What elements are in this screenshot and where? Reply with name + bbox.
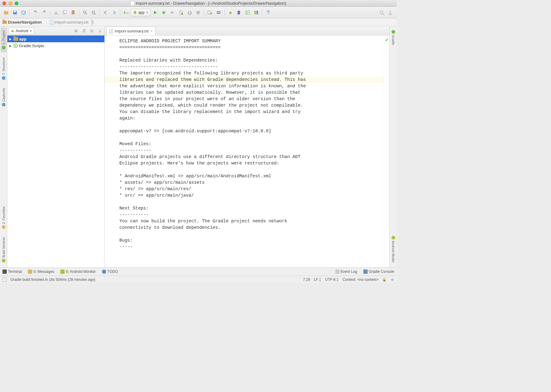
hector-icon[interactable]: ☻ — [390, 277, 394, 282]
stop-button[interactable] — [194, 9, 202, 17]
rerun-button[interactable] — [186, 9, 193, 17]
copy-button[interactable] — [61, 9, 69, 17]
toolbar-separator — [79, 9, 79, 16]
undo-button[interactable] — [32, 9, 39, 17]
messages-icon — [28, 270, 32, 274]
right-tool-stripe: Gradle Android Model — [389, 26, 397, 267]
zoom-window-button[interactable] — [15, 2, 18, 5]
user-button[interactable] — [386, 9, 394, 17]
breadcrumb-label: import-summary.txt — [55, 20, 88, 24]
toolwindow-terminal-tab[interactable]: Terminal — [2, 270, 22, 274]
analysis-ok-icon: ✔ — [385, 37, 389, 42]
avd-manager-button[interactable] — [206, 9, 214, 17]
encoding-selector[interactable]: UTF-8▲▼ — [325, 277, 339, 282]
updown-icon: ▲▼ — [319, 277, 321, 282]
toolwindow-build-variants-tab[interactable]: Build Variants — [1, 235, 6, 265]
svg-rect-22 — [217, 11, 220, 12]
toolwindow-todo-tab[interactable]: TODO — [102, 270, 118, 274]
toolbar-separator — [204, 9, 204, 16]
tree-item-app[interactable]: ▶ app — [7, 36, 104, 42]
context-selector[interactable]: Context: <no context> — [343, 277, 378, 282]
android-monitor-button[interactable] — [227, 9, 234, 17]
breadcrumb-item-project[interactable]: DrawerNavigation — [0, 18, 45, 26]
run-button[interactable] — [151, 9, 159, 17]
editor-content[interactable]: ECLIPSE ANDROID PROJECT IMPORT SUMMARY =… — [105, 36, 384, 267]
find-button[interactable] — [81, 9, 89, 17]
project-panel-header: Android ▼ ⊕ ⇵ ⤓ — [7, 26, 104, 36]
breadcrumb-label: DrawerNavigation — [8, 20, 42, 24]
toolwindow-gradle-console-tab[interactable]: Gradle Console — [363, 270, 394, 274]
status-bar: Gradle build finished in 18s 504ms (29 m… — [0, 276, 397, 283]
editor-tab[interactable]: import-summary.txt × — [107, 27, 155, 35]
breadcrumb-item-file[interactable]: import-summary.txt — [45, 18, 92, 26]
toolwindow-event-log-tab[interactable]: Event Log — [335, 270, 357, 274]
toolwindow-favorites-tab[interactable]: 2: Favorites — [1, 204, 6, 231]
run-configuration-selector[interactable]: app ▼ — [131, 9, 151, 16]
left-tool-stripe: 1: Project 7: Structure Captures 2: Favo… — [0, 26, 7, 267]
toolbar-separator — [224, 9, 225, 16]
redo-button[interactable] — [40, 9, 48, 17]
toolwindow-android-monitor-tab[interactable]: 6: Android Monitor — [60, 270, 96, 274]
layout-inspector-button[interactable] — [244, 9, 252, 17]
open-button[interactable] — [2, 9, 10, 17]
sync-button[interactable] — [20, 9, 28, 17]
toolbar-separator — [99, 9, 100, 16]
dropdown-icon: ▼ — [29, 29, 32, 32]
make-project-button[interactable]: 010 — [122, 9, 130, 17]
run-with-coverage-button[interactable] — [168, 9, 176, 17]
editor-tab-label: import-summary.txt — [115, 29, 148, 33]
help-button[interactable]: ? — [264, 9, 272, 17]
toolwindow-gradle-tab[interactable]: Gradle — [391, 28, 396, 47]
event-log-icon — [335, 270, 339, 274]
minimize-window-button[interactable] — [9, 2, 12, 5]
editor-tabbar: import-summary.txt × — [105, 26, 389, 36]
replace-button[interactable] — [90, 9, 98, 17]
search-everywhere-button[interactable] — [378, 9, 386, 17]
window-titlebar: import-summary.txt - DrawerNavigation - … — [0, 0, 397, 7]
toolwindow-messages-tab[interactable]: 0: Messages — [28, 270, 54, 274]
svg-point-15 — [135, 11, 136, 12]
toolbar-separator — [262, 9, 262, 16]
android-icon — [11, 29, 14, 33]
status-icon[interactable] — [2, 277, 7, 282]
document-icon — [130, 1, 135, 6]
editor-error-stripe: ✔ — [384, 36, 389, 267]
project-icon — [2, 46, 6, 49]
project-view-selector[interactable]: Android ▼ — [9, 28, 34, 34]
sdk-manager-button[interactable] — [215, 9, 223, 17]
forward-button[interactable] — [110, 9, 118, 17]
close-window-button[interactable] — [2, 2, 6, 5]
scroll-to-source-button[interactable]: ⊕ — [73, 28, 79, 34]
hide-button[interactable]: ⤓ — [96, 28, 103, 34]
attach-debugger-button[interactable] — [177, 9, 185, 17]
toolbar-separator — [50, 9, 50, 16]
tree-item-gradle-scripts[interactable]: ▶ Gradle Scripts — [7, 42, 104, 49]
settings-button[interactable] — [88, 28, 95, 34]
expand-arrow-icon[interactable]: ▶ — [9, 44, 12, 47]
run-config-label: app — [138, 10, 144, 15]
expand-arrow-icon[interactable]: ▶ — [9, 37, 12, 41]
save-all-button[interactable] — [11, 9, 19, 17]
back-button[interactable] — [102, 9, 110, 17]
close-tab-button[interactable]: × — [150, 29, 152, 33]
theme-editor-button[interactable] — [252, 9, 260, 17]
lock-icon[interactable]: 🔒 — [382, 277, 387, 282]
collapse-all-button[interactable]: ⇵ — [81, 28, 87, 34]
svg-point-30 — [389, 11, 391, 13]
folder-icon — [2, 21, 7, 24]
paste-button[interactable] — [69, 9, 77, 17]
structure-icon — [2, 76, 6, 80]
project-tree[interactable]: ▶ app ▶ Gradle Scripts — [7, 36, 104, 267]
svg-rect-28 — [257, 11, 258, 14]
toolwindow-structure-tab[interactable]: 7: Structure — [1, 55, 6, 82]
cursor-position[interactable]: 7:29 — [303, 277, 310, 282]
toolwindow-captures-tab[interactable]: Captures — [1, 85, 6, 109]
gradle-icon — [13, 43, 18, 48]
toolwindow-project-tab[interactable]: 1: Project — [1, 28, 6, 52]
svg-point-21 — [210, 13, 212, 14]
device-monitor-button[interactable] — [235, 9, 243, 17]
cut-button[interactable] — [52, 9, 60, 17]
toolwindow-android-model-tab[interactable]: Android Model — [391, 233, 396, 265]
debug-button[interactable] — [160, 9, 168, 17]
line-separator-selector[interactable]: LF▲▼ — [314, 277, 321, 282]
